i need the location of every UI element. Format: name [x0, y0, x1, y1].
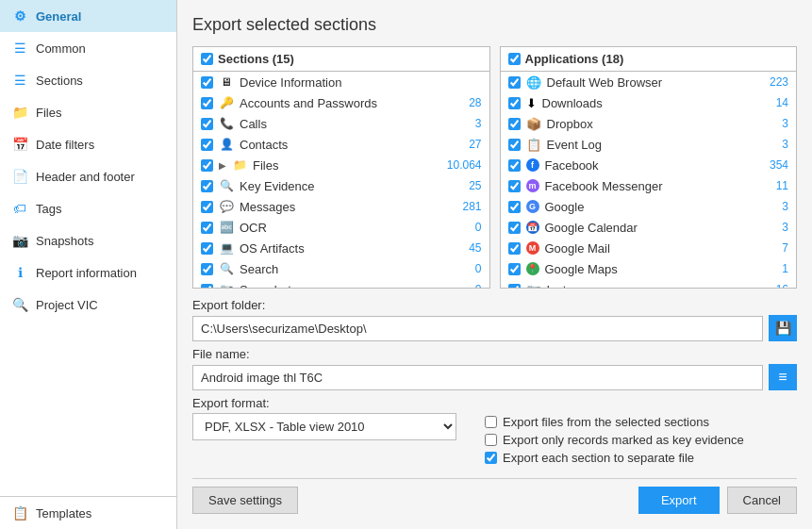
section-checkbox[interactable]: [201, 159, 213, 172]
applications-list[interactable]: 🌐 Default Web Browser 223 ⬇ Downloads 14…: [501, 72, 797, 288]
section-item-label: Contacts: [240, 138, 448, 152]
section-item-count: 25: [454, 179, 482, 192]
app-item-label: Dropbox: [547, 117, 755, 131]
list-item[interactable]: m Facebook Messenger 11: [501, 175, 797, 196]
list-item[interactable]: 📷 Snapshots 0: [193, 279, 489, 288]
sidebar-label-report-info: Report information: [36, 266, 137, 280]
section-checkbox[interactable]: [201, 97, 213, 109]
sections-list[interactable]: 🖥 Device Information 🔑 Accounts and Pass…: [193, 72, 489, 288]
save-settings-button[interactable]: Save settings: [192, 487, 298, 514]
app-checkbox[interactable]: [508, 201, 521, 213]
action-buttons: Export Cancel: [638, 487, 797, 514]
sidebar-item-project-vic[interactable]: 🔍 Project VIC: [0, 289, 176, 321]
section-item-icon: 🔤: [219, 220, 234, 235]
sidebar-label-files: Files: [36, 106, 61, 120]
export-folder-input[interactable]: [192, 316, 763, 341]
sections-header: Sections (15): [193, 47, 489, 72]
section-checkbox[interactable]: [201, 201, 213, 213]
section-checkbox[interactable]: [201, 222, 213, 234]
sidebar-label-snapshots: Snapshots: [36, 234, 93, 248]
file-name-input[interactable]: [192, 365, 763, 390]
export-option-checkbox[interactable]: [485, 416, 497, 428]
app-item-count: 16: [760, 283, 788, 288]
sidebar-item-templates[interactable]: 📋 Templates: [0, 497, 176, 529]
file-name-action-button[interactable]: ≡: [769, 364, 797, 390]
section-checkbox[interactable]: [201, 242, 213, 255]
applications-select-all[interactable]: [508, 53, 521, 65]
project-vic-icon: 🔍: [11, 296, 28, 313]
list-item[interactable]: 📋 Event Log 3: [501, 134, 797, 155]
app-item-count: 1: [760, 262, 788, 275]
list-item[interactable]: 📦 Dropbox 3: [501, 113, 797, 134]
app-checkbox[interactable]: [508, 159, 521, 172]
section-checkbox[interactable]: [201, 180, 213, 192]
sidebar-item-header-footer[interactable]: 📄 Header and footer: [0, 160, 176, 192]
app-checkbox[interactable]: [508, 76, 521, 89]
list-item[interactable]: 🔍 Search 0: [193, 258, 489, 279]
list-item[interactable]: 💻 OS Artifacts 45: [193, 238, 489, 258]
app-checkbox[interactable]: [508, 180, 521, 192]
sidebar-item-snapshots[interactable]: 📷 Snapshots: [0, 224, 176, 256]
section-item-label: Messages: [240, 200, 448, 214]
section-item-label: OS Artifacts: [240, 241, 448, 256]
applications-panel: Applications (18) 🌐 Default Web Browser …: [500, 46, 798, 289]
cancel-button[interactable]: Cancel: [727, 487, 797, 514]
files-icon: 📁: [11, 104, 28, 121]
list-item[interactable]: f Facebook 354: [501, 155, 797, 175]
list-item[interactable]: 📅 Google Calendar 3: [501, 217, 797, 238]
section-item-icon: 🔍: [219, 178, 234, 193]
section-checkbox[interactable]: [201, 139, 213, 151]
sidebar-label-tags: Tags: [36, 202, 61, 216]
export-folder-label: Export folder:: [192, 298, 797, 312]
section-checkbox[interactable]: [201, 263, 213, 275]
export-option-checkbox[interactable]: [485, 452, 497, 464]
export-option-row[interactable]: Export each section to separate file: [485, 451, 744, 465]
sidebar-item-common[interactable]: ☰ Common: [0, 32, 176, 64]
list-item[interactable]: M Google Mail 7: [501, 238, 797, 258]
section-checkbox[interactable]: [201, 118, 213, 130]
list-item[interactable]: 📍 Google Maps 1: [501, 258, 797, 279]
sidebar-item-sections[interactable]: ☰ Sections: [0, 64, 176, 96]
list-item[interactable]: 👤 Contacts 27: [193, 134, 489, 155]
export-folder-browse-button[interactable]: 💾: [769, 315, 797, 341]
list-item[interactable]: 🌐 Default Web Browser 223: [501, 72, 797, 92]
sections-select-all[interactable]: [201, 53, 213, 65]
sidebar-item-general[interactable]: ⚙ General: [0, 0, 176, 32]
app-checkbox[interactable]: [508, 118, 521, 130]
list-item[interactable]: 📞 Calls 3: [193, 113, 489, 134]
export-option-row[interactable]: Export only records marked as key eviden…: [485, 433, 744, 447]
list-item[interactable]: 📷 Instagram 16: [501, 279, 797, 288]
list-item[interactable]: 🔤 OCR 0: [193, 217, 489, 238]
app-checkbox[interactable]: [508, 97, 521, 109]
list-item[interactable]: ▶ 📁 Files 10.064: [193, 155, 489, 175]
list-item[interactable]: 🔍 Key Evidence 25: [193, 175, 489, 196]
export-option-label: Export only records marked as key eviden…: [503, 433, 744, 447]
app-icon: m: [526, 179, 539, 192]
sidebar-item-files[interactable]: 📁 Files: [0, 96, 176, 128]
app-icon: 📦: [526, 117, 541, 131]
app-checkbox[interactable]: [508, 284, 521, 289]
section-checkbox[interactable]: [201, 76, 213, 89]
list-item[interactable]: 💬 Messages 281: [193, 196, 489, 217]
app-item-label: Downloads: [542, 96, 755, 110]
export-button[interactable]: Export: [638, 487, 720, 514]
list-item[interactable]: G Google 3: [501, 196, 797, 217]
app-item-count: 7: [760, 241, 788, 255]
app-icon: 📋: [526, 138, 541, 152]
app-checkbox[interactable]: [508, 242, 521, 255]
export-format-select[interactable]: PDF, XLSX - Table view 2010PDFXLSXCSV: [192, 413, 456, 440]
list-item[interactable]: 🖥 Device Information: [193, 72, 489, 92]
app-checkbox[interactable]: [508, 139, 521, 151]
export-option-row[interactable]: Export files from the selected sections: [485, 415, 744, 429]
applications-header: Applications (18): [501, 47, 797, 72]
app-checkbox[interactable]: [508, 222, 521, 234]
sidebar-item-report-info[interactable]: ℹ Report information: [0, 256, 176, 289]
tags-icon: 🏷: [11, 200, 28, 217]
app-checkbox[interactable]: [508, 263, 521, 275]
sidebar-item-date-filters[interactable]: 📅 Date filters: [0, 128, 176, 160]
export-option-checkbox[interactable]: [485, 434, 497, 446]
section-checkbox[interactable]: [201, 284, 213, 289]
sidebar-item-tags[interactable]: 🏷 Tags: [0, 192, 176, 224]
list-item[interactable]: 🔑 Accounts and Passwords 28: [193, 92, 489, 113]
list-item[interactable]: ⬇ Downloads 14: [501, 92, 797, 113]
